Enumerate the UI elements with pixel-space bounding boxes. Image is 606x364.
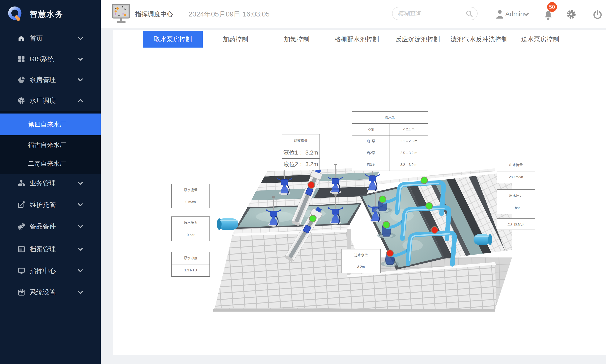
search-input[interactable] bbox=[393, 7, 477, 20]
sidebar-item-home[interactable]: 首页 bbox=[0, 28, 101, 49]
chevron-down-icon bbox=[78, 247, 83, 251]
sidebar-item-command-center[interactable]: 指挥中心 bbox=[0, 260, 101, 281]
sitemap-icon bbox=[18, 180, 25, 187]
status-indicator-green bbox=[426, 203, 432, 209]
chevron-down-icon bbox=[78, 290, 83, 294]
out-pressure-box: 出水压力 1 bar bbox=[496, 189, 535, 214]
out-flow-value: 289 m3/h bbox=[497, 171, 535, 183]
sidebar-item-plant-dispatch[interactable]: 水厂调度 bbox=[0, 90, 101, 111]
status-indicator-green bbox=[421, 177, 428, 184]
pump-table-title: 潜水泵 bbox=[352, 112, 428, 123]
app-logo-icon bbox=[8, 6, 23, 22]
sidebar: 智慧水务 首页 GIS系统 泵房管理 水 bbox=[0, 0, 101, 364]
datetime: 2024年05月09日 16:03:05 bbox=[189, 0, 270, 28]
gears-icon bbox=[18, 223, 25, 230]
home-icon bbox=[18, 35, 25, 42]
pie-icon bbox=[18, 76, 25, 83]
plant-outlet-pipe bbox=[474, 234, 492, 245]
settings-gear-icon[interactable] bbox=[567, 10, 576, 19]
tab-dosing-control[interactable]: 加药控制 bbox=[206, 31, 265, 48]
status-indicator-red bbox=[386, 250, 393, 257]
to-plant-label: 至厂区配水 bbox=[496, 218, 535, 230]
sidebar-item-pumproom[interactable]: 泵房管理 bbox=[0, 70, 101, 90]
status-indicator-green bbox=[379, 196, 386, 203]
sidebar-item-spareparts[interactable]: 备品备件 bbox=[0, 216, 101, 237]
grille-table-title: 旋转格栅 bbox=[282, 134, 319, 147]
app-title: 智慧水务 bbox=[30, 0, 64, 28]
calendar-icon bbox=[18, 289, 25, 296]
sidebar-item-business[interactable]: 业务管理 bbox=[0, 173, 101, 194]
command-screen-icon bbox=[111, 4, 131, 24]
tab-intake-pump-control[interactable]: 取水泵房控制 bbox=[143, 31, 203, 48]
tab-grille-basin-control[interactable]: 格栅配水池控制 bbox=[327, 31, 386, 48]
raw-flow-box: 原水流量 0 m3/h bbox=[171, 184, 210, 208]
sidebar-item-plant-erqi[interactable]: 二奇自来水厂 bbox=[0, 154, 101, 173]
sidebar-item-plant-fugu[interactable]: 福古自来水厂 bbox=[0, 135, 101, 154]
inlet-level-box: 进水水位 3.2m bbox=[341, 249, 381, 273]
tab-sedimentation-control[interactable]: 反应沉淀池控制 bbox=[388, 31, 447, 48]
submersible-pump-table: 潜水泵 停泵 < 2.1 m 启1泵 2.1 – 2.5 m 启2泵 2.5 –… bbox=[352, 111, 428, 171]
search-icon bbox=[466, 10, 473, 17]
raw-flow-value: 0 m3/h bbox=[172, 196, 209, 208]
chevron-down-icon bbox=[78, 269, 83, 273]
search-box bbox=[392, 7, 478, 20]
chevron-down-icon bbox=[78, 37, 83, 40]
power-icon[interactable] bbox=[593, 10, 602, 19]
sidebar-item-settings[interactable]: 系统设置 bbox=[0, 282, 101, 303]
user-icon[interactable] bbox=[496, 9, 505, 19]
app-logo-row: 智慧水务 bbox=[0, 0, 101, 28]
top-header: 指挥调度中心 2024年05月09日 16:03:05 Admin 50 bbox=[101, 0, 606, 28]
sidebar-item-archives[interactable]: 档案管理 bbox=[0, 239, 101, 260]
user-chevron-down-icon[interactable] bbox=[523, 12, 529, 16]
chevron-down-icon bbox=[78, 224, 83, 228]
gear-icon bbox=[18, 97, 25, 104]
sidebar-item-gis[interactable]: GIS系统 bbox=[0, 49, 101, 70]
edit-icon bbox=[18, 201, 25, 208]
sidebar-submenu: 第四自来水厂 福古自来水厂 二奇自来水厂 bbox=[0, 111, 101, 174]
raw-turbidity-box: 原水浊度 1.3 NTU bbox=[171, 252, 210, 277]
chevron-down-icon bbox=[78, 57, 83, 61]
out-pressure-value: 1 bar bbox=[497, 202, 535, 214]
page-root: 智慧水务 首页 GIS系统 泵房管理 水 bbox=[0, 0, 606, 364]
monitor-icon bbox=[18, 267, 25, 274]
grid-icon bbox=[18, 56, 25, 63]
chevron-up-icon bbox=[78, 99, 83, 103]
grille-level-2: 液位2： 3.2m bbox=[282, 158, 319, 170]
sidebar-item-maintenance[interactable]: 维护托管 bbox=[0, 195, 101, 215]
tab-chlorination-control[interactable]: 加氯控制 bbox=[267, 31, 326, 48]
status-indicator-green bbox=[309, 215, 316, 222]
notification-badge: 50 bbox=[547, 2, 557, 12]
chevron-down-icon bbox=[78, 78, 83, 82]
raw-pressure-box: 原水压力 0 bar bbox=[171, 216, 210, 241]
raw-pressure-value: 0 bar bbox=[172, 229, 209, 241]
grille-table: 旋转格栅 液位1： 3.2m 液位2： 3.2m bbox=[282, 134, 320, 170]
status-indicator-red bbox=[431, 227, 438, 233]
archive-icon bbox=[18, 246, 25, 253]
chevron-down-icon bbox=[78, 203, 83, 207]
status-indicator-red bbox=[308, 182, 315, 188]
raw-water-inlet-pipe bbox=[217, 218, 238, 230]
chevron-down-icon bbox=[78, 181, 83, 185]
inlet-level-value: 3.2m bbox=[342, 261, 380, 273]
page-title: 指挥调度中心 bbox=[135, 0, 173, 28]
status-indicator-green bbox=[383, 221, 390, 228]
tab-filter-backwash-control[interactable]: 滤池气水反冲洗控制 bbox=[446, 31, 512, 48]
user-name[interactable]: Admin bbox=[505, 0, 524, 28]
raw-turbidity-value: 1.3 NTU bbox=[172, 264, 209, 276]
out-flow-box: 出水流量 289 m3/h bbox=[496, 159, 535, 183]
tab-delivery-pump-control[interactable]: 送水泵房控制 bbox=[510, 31, 570, 48]
sidebar-item-plant-4[interactable]: 第四自来水厂 bbox=[0, 114, 101, 135]
plant-3d-view bbox=[212, 161, 512, 315]
grille-level-1: 液位1： 3.2m bbox=[282, 147, 319, 158]
